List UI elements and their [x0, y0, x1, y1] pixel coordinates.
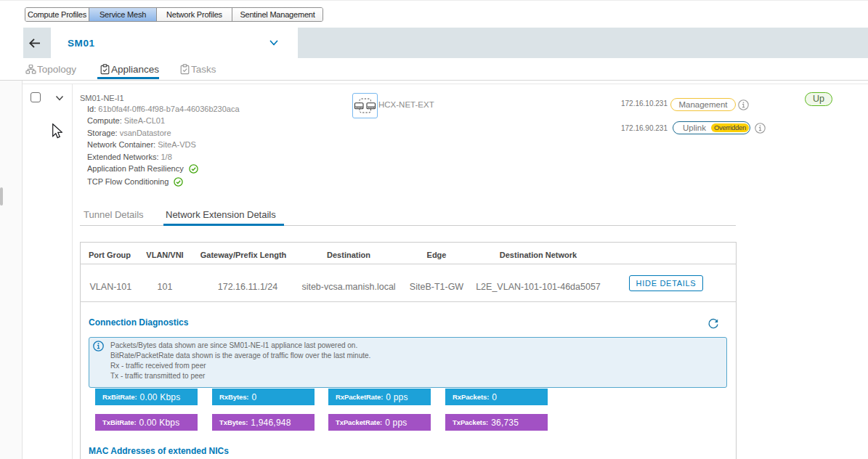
feature-app-path-resiliency: Application Path Resiliency [87, 163, 240, 174]
tab-tunnel-details[interactable]: Tunnel Details [84, 209, 144, 220]
metric-tx-bytes: TxBytes:1,946,948 [212, 414, 315, 431]
diagnostics-info-alert: Packets/Bytes data shown are since SM01-… [89, 337, 727, 388]
tab-compute-profiles[interactable]: Compute Profiles [25, 8, 89, 21]
tab-sentinel-management[interactable]: Sentinel Management [232, 8, 323, 21]
info-circle-icon [93, 341, 104, 352]
cell-destination-network: L2E_VLAN-101-101-46da5057 [473, 282, 604, 292]
view-tab-bar: Topology Appliances Tasks [0, 58, 868, 81]
mouse-cursor [52, 123, 62, 139]
tab-topology[interactable]: Topology [25, 64, 76, 75]
cell-destination: siteb-vcsa.manish.local [287, 282, 410, 292]
check-circle-icon [189, 164, 198, 174]
info-icon[interactable] [755, 123, 766, 134]
refresh-icon[interactable] [707, 318, 719, 330]
appliance-icon-box [352, 93, 378, 118]
col-vlan-vni: VLAN/VNI [143, 251, 187, 259]
status-badge-up: Up [805, 92, 832, 106]
metric-tx-bitrate: TxBitRate:0.00 Kbps [95, 414, 198, 431]
cell-vlan-vni: 101 [143, 282, 187, 292]
tab-appliances-label: Appliances [111, 64, 159, 75]
appliance-details: Id: 61b0fa4f-0ff6-4f98-b7a4-46036b230aca… [87, 103, 240, 187]
tab-tasks[interactable]: Tasks [179, 64, 216, 75]
detail-id: Id: 61b0fa4f-0ff6-4f98-b7a4-46036b230aca [87, 103, 240, 115]
check-circle-icon [174, 177, 183, 187]
badge-uplink-label: Uplink [683, 123, 706, 132]
metric-rx-packets: RxPackets:0 [445, 389, 548, 405]
col-destination-network: Destination Network [473, 251, 604, 259]
topology-icon [25, 64, 36, 75]
tab-service-mesh[interactable]: Service Mesh [89, 8, 157, 21]
badge-uplink: Uplink Overridden [673, 121, 750, 134]
detail-network-container: Network Container: SiteA-VDS [87, 139, 240, 150]
feature-tcp-flow: TCP Flow Conditioning [87, 176, 240, 187]
info-icon[interactable] [738, 99, 749, 110]
detail-compute: Compute: SiteA-CL01 [87, 115, 240, 126]
metric-rx-bytes: RxBytes:0 [212, 389, 315, 405]
diagnostics-info-text: Packets/Bytes data shown are since SM01-… [110, 341, 370, 381]
hide-details-button[interactable]: HIDE DETAILS [629, 275, 703, 291]
metric-tx-packets: TxPackets:36,735 [445, 414, 548, 431]
profile-tabs: Compute Profiles Service Mesh Network Pr… [25, 7, 323, 22]
ip-address-uplink: 172.16.90.231 [621, 124, 668, 132]
tab-topology-label: Topology [37, 64, 76, 75]
badge-overridden: Overridden [711, 123, 749, 132]
service-mesh-name: SM01 [68, 38, 95, 49]
appliance-name: SM01-NE-I1 [80, 94, 124, 102]
grid-top-border [23, 84, 868, 84]
network-extension-icon [353, 94, 377, 118]
row-expand-caret-icon[interactable] [54, 93, 65, 103]
chevron-down-icon [269, 38, 279, 48]
back-arrow-icon [29, 38, 41, 49]
table-header-separator [80, 264, 737, 264]
detail-tab-underline [163, 224, 284, 226]
tasks-icon [179, 64, 190, 75]
col-destination: Destination [287, 251, 410, 259]
tab-appliances[interactable]: Appliances [100, 64, 159, 75]
window-top-border [0, 0, 868, 1]
scrollbar-thumb[interactable] [0, 187, 3, 206]
table-row-separator [80, 301, 737, 302]
left-gutter [0, 81, 23, 459]
cell-edge: SiteB-T1-GW [400, 282, 473, 292]
mac-addresses-title: MAC Addresses of extended NICs [89, 446, 229, 456]
tab-network-extension-details[interactable]: Network Extension Details [166, 209, 276, 220]
connection-diagnostics-title: Connection Diagnostics [89, 317, 188, 328]
appliances-icon [100, 64, 110, 75]
back-button[interactable] [26, 33, 44, 53]
grid-column-divider [72, 84, 73, 459]
badge-management: Management [670, 98, 736, 111]
tab-network-profiles[interactable]: Network Profiles [157, 8, 232, 21]
service-mesh-select[interactable]: SM01 [51, 28, 298, 58]
metric-tx-packetrate: TxPacketRate:0 pps [328, 414, 431, 431]
col-gateway: Gateway/Prefix Length [185, 251, 301, 259]
metric-rx-bitrate: RxBitRate:0.00 Kbps [95, 389, 198, 405]
appliance-type-label: HCX-NET-EXT [378, 100, 434, 109]
col-edge: Edge [400, 251, 473, 259]
tab-tasks-label: Tasks [191, 64, 216, 75]
detail-storage: Storage: vsanDatastore [87, 127, 240, 139]
detail-extended-networks: Extended Networks: 1/8 [87, 151, 240, 163]
active-tab-underline [97, 77, 159, 79]
ip-address-management: 172.16.10.231 [621, 99, 668, 107]
metric-rx-packetrate: RxPacketRate:0 pps [328, 389, 431, 405]
row-checkbox[interactable] [31, 92, 41, 102]
